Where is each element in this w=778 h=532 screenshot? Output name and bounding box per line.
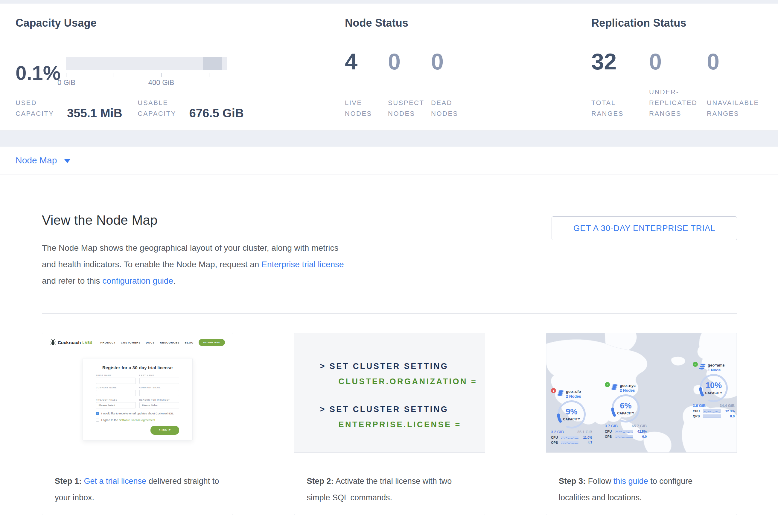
locality-node-count: 2 Nodes — [566, 394, 581, 399]
qps-sparkline — [703, 414, 721, 418]
map-locality-sfo: 1 geo=sfo 2 Nodes — [551, 389, 592, 444]
capacity-usage-section: Capacity Usage 0.1% 0 GiB 400 GiB USED C… — [15, 17, 345, 119]
inline-link[interactable]: configuration guide — [102, 276, 173, 286]
enterprise-trial-button[interactable]: GET A 30-DAY ENTERPRISE TRIAL — [552, 216, 737, 240]
unavailable-ranges-value: 0 — [707, 50, 765, 74]
axis-tick-label: 0 GiB — [58, 78, 75, 87]
healthy-badge: ✓ — [605, 382, 610, 387]
capacity-label: CAPACITY — [557, 417, 587, 421]
qps-sparkline — [561, 441, 578, 444]
capacity-percent: 10% — [699, 381, 729, 390]
axis-tick-label: 400 GiB — [148, 78, 174, 87]
cluster-summary-panel: Capacity Usage 0.1% 0 GiB 400 GiB USED C… — [0, 4, 778, 131]
total-ranges-label: TOTAL RANGES — [591, 97, 649, 119]
total-ranges-stat: 32 TOTAL RANGES — [591, 38, 649, 119]
live-nodes-value: 4 — [345, 50, 388, 74]
capacity-gauge: 10% CAPACITY — [699, 373, 729, 403]
step-3-caption: Step 3: Follow this guide to configure l… — [546, 453, 737, 515]
cockroach-labs-logo: Cockroach LABS — [50, 339, 92, 346]
project-phase-select: Please Select — [96, 402, 136, 408]
company-email-field — [139, 390, 179, 396]
capacity-percent: 9% — [557, 407, 587, 416]
dead-nodes-value: 0 — [431, 50, 474, 74]
suspect-nodes-value: 0 — [388, 50, 431, 74]
mini-download-button: DOWNLOAD — [199, 339, 225, 346]
license-agree-text: I agree to the — [101, 418, 119, 422]
live-nodes-label: LIVE NODES — [345, 97, 388, 119]
used-capacity-label: USED CAPACITY — [15, 97, 63, 119]
step-2-caption: Step 2: Activate the trial license with … — [294, 453, 485, 515]
inline-link[interactable]: Enterprise trial license — [261, 260, 344, 269]
qps-value: 0.0 — [721, 414, 734, 418]
first-name-label: FIRST NAME — [96, 374, 136, 376]
reason-interest-label: REASON FOR INTEREST — [139, 399, 179, 401]
sql-command: SET CLUSTER SETTING — [330, 405, 449, 414]
suspect-nodes-stat: 0 SUSPECT NODES — [388, 38, 431, 119]
axis-tick — [113, 73, 113, 77]
first-name-field — [96, 378, 136, 384]
capacity-bar-other-segment — [203, 57, 222, 70]
error-badge: 1 — [551, 388, 556, 393]
step-1-caption: Step 1: Get a trial license delivered st… — [42, 453, 233, 515]
usable-capacity-label: USABLE CAPACITY — [138, 97, 186, 119]
intro-paragraph: The Node Map shows the geographical layo… — [42, 240, 350, 289]
unavailable-ranges-label: UNAVAILABLE RANGES — [707, 97, 765, 119]
database-stack-icon — [557, 390, 564, 396]
capacity-bar-chart: 0 GiB 400 GiB — [66, 50, 227, 83]
map-locality-ams: ✓ geo=ams 1 Node — [693, 363, 734, 418]
node-map-placeholder-section: View the Node Map GET A 30-DAY ENTERPRIS… — [0, 174, 778, 515]
capacity-usage-title: Capacity Usage — [15, 17, 345, 29]
last-name-label: LAST NAME — [139, 374, 179, 376]
live-nodes-stat: 4 LIVE NODES — [345, 38, 388, 119]
company-name-field — [96, 390, 136, 396]
locality-name: geo=sfo — [566, 389, 581, 394]
sql-setting-organization: CLUSTER.ORGANIZATION = — [338, 377, 485, 386]
cpu-sparkline — [561, 436, 578, 439]
node-map-dropdown[interactable]: Node Map — [15, 155, 71, 165]
trial-license-form: Register for a 30-day trial license FIRS… — [83, 358, 192, 441]
used-gib: 3.7 GiB — [605, 424, 618, 428]
locality-name: geo=nyc — [620, 383, 636, 388]
page-top-strip — [0, 0, 778, 4]
mini-nav-docs: DOCS — [146, 341, 155, 344]
cpu-label: CPU — [551, 436, 561, 439]
mini-nav-blog: BLOG — [184, 341, 193, 344]
qps-label: QPS — [693, 414, 703, 418]
sql-prompt: > — [320, 405, 326, 414]
step-2-card: > SET CLUSTER SETTING CLUSTER.ORGANIZATI… — [294, 333, 485, 515]
under-replicated-ranges-value: 0 — [649, 50, 707, 74]
section-gap — [0, 131, 778, 147]
total-gib: 34.4 GiB — [720, 404, 734, 408]
email-updates-text: I would like to receive email updates ab… — [101, 412, 174, 415]
step-1-card: Cockroach LABS PRODUCT CUSTOMERS DOCS RE… — [42, 333, 233, 515]
capacity-label: CAPACITY — [611, 411, 641, 415]
mini-nav-customers: CUSTOMERS — [121, 341, 141, 344]
total-gib: 35.1 GiB — [577, 430, 592, 434]
node-status-section: Node Status 4 LIVE NODES 0 SUSPECT NODES… — [345, 17, 591, 119]
locality-node-count: 2 Nodes — [620, 388, 636, 393]
healthy-badge: ✓ — [693, 362, 698, 367]
under-replicated-ranges-stat: 0 UNDER-REPLICATED RANGES — [649, 38, 707, 119]
step-1-screenshot: Cockroach LABS PRODUCT CUSTOMERS DOCS RE… — [42, 333, 233, 453]
total-gib: 65.7 GiB — [632, 424, 647, 428]
form-title: Register for a 30-day trial license — [96, 365, 179, 370]
reason-interest-select: Please Select — [139, 402, 179, 408]
usable-capacity-value: 676.5 GiB — [189, 107, 244, 119]
view-selector-bar: Node Map — [0, 147, 778, 174]
capacity-percent: 6% — [611, 401, 641, 410]
map-locality-nyc: ✓ geo=nyc 2 Nodes — [605, 383, 647, 438]
inline-link[interactable]: this guide — [614, 477, 648, 485]
axis-tick — [66, 73, 66, 77]
suspect-nodes-label: SUSPECT NODES — [388, 97, 431, 119]
cpu-sparkline — [703, 409, 721, 413]
locality-name: geo=ams — [708, 363, 725, 368]
axis-tick — [209, 73, 209, 77]
qps-sparkline — [615, 435, 633, 438]
axis-tick — [161, 73, 161, 77]
under-replicated-ranges-label: UNDER-REPLICATED RANGES — [649, 87, 707, 119]
project-phase-label: PROJECT PHASE — [96, 399, 136, 401]
sql-setting-license: ENTERPRISE.LICENSE = — [338, 420, 485, 429]
inline-link[interactable]: Get a trial license — [84, 477, 147, 485]
capacity-gauge: 6% CAPACITY — [611, 393, 641, 424]
cpu-value: 11.0% — [578, 436, 592, 439]
